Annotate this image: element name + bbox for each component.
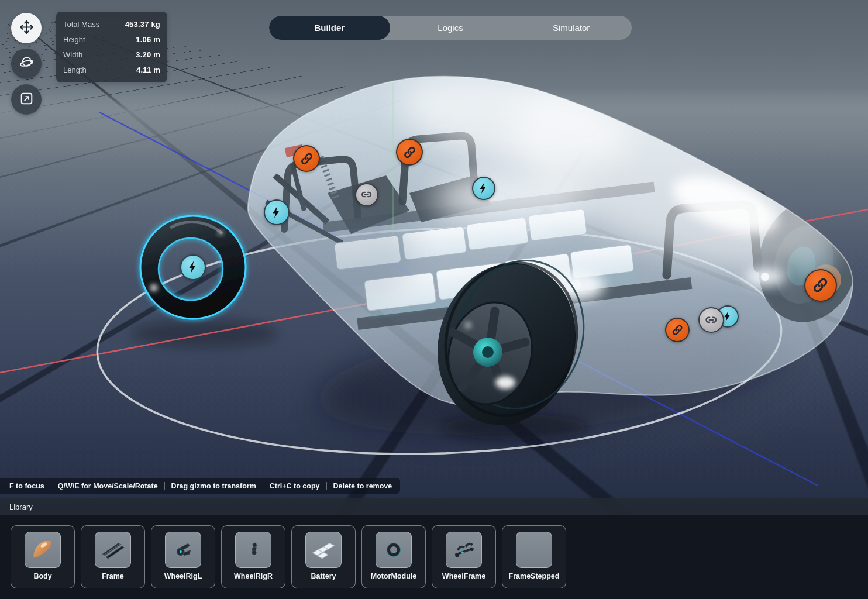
stat-value: 3.20 m — [136, 50, 160, 59]
mode-tabs: Builder Logics Simulator — [269, 16, 632, 40]
wheel-frame-icon — [450, 536, 477, 563]
link-badge[interactable] — [396, 139, 423, 166]
power-badge[interactable] — [180, 254, 206, 280]
stat-label: Width — [63, 50, 82, 59]
tab-builder[interactable]: Builder — [269, 16, 390, 40]
link-badge[interactable] — [293, 145, 320, 172]
power-icon — [473, 178, 494, 199]
power-icon — [265, 201, 288, 224]
library-item-label: MotorModule — [362, 572, 425, 580]
motormodule-thumbnail — [376, 532, 412, 568]
unlink-badge[interactable] — [355, 183, 378, 206]
library-item-label: Body — [11, 572, 74, 580]
library-item-motormodule[interactable]: MotorModule — [361, 525, 426, 588]
hint-item: Ctrl+C to copy — [263, 482, 320, 490]
library-item-wheelrigr[interactable]: WheelRigR — [221, 525, 285, 588]
library-item-label: Frame — [81, 572, 144, 580]
library-title: Library — [9, 502, 33, 511]
battery-thumbnail — [305, 532, 342, 568]
power-badge[interactable] — [472, 177, 495, 200]
scale-tool-button[interactable] — [11, 84, 42, 115]
library-item-wheelframe[interactable]: WheelFrame — [432, 525, 496, 588]
stat-width: Width 3.20 m — [63, 47, 160, 62]
stat-value: 4.11 m — [136, 66, 160, 74]
link-icon — [294, 146, 319, 171]
stat-label: Height — [63, 35, 85, 44]
stat-value: 1.06 m — [136, 35, 160, 44]
body-part-icon — [29, 536, 56, 563]
power-icon — [181, 256, 205, 279]
library-item-label: WheelFrame — [432, 572, 495, 580]
library-item-wheelrigl[interactable]: WheelRigL — [151, 525, 215, 588]
library-item-label: WheelRigR — [222, 572, 285, 580]
library-items: Body Frame WheelRigL — [0, 515, 868, 599]
vehicle-stats-panel: Total Mass 453.37 kg Height 1.06 m Width… — [56, 12, 167, 82]
tab-label: Builder — [314, 23, 345, 33]
library-header: Library — [0, 498, 868, 515]
battery-part-icon — [310, 536, 337, 563]
stat-value: 453.37 kg — [125, 20, 160, 29]
motor-module-icon — [380, 536, 407, 563]
stat-length: Length 4.11 m — [63, 62, 160, 77]
move-icon — [19, 19, 35, 37]
wheelframe-thumbnail — [446, 532, 482, 568]
move-tool-button[interactable] — [11, 13, 42, 43]
framestepped-thumbnail — [516, 532, 552, 568]
power-badge[interactable] — [264, 199, 290, 225]
library-item-framestepped[interactable]: FrameStepped — [502, 525, 566, 588]
link-badge[interactable] — [665, 318, 690, 342]
tab-simulator[interactable]: Simulator — [511, 16, 632, 40]
wheel-rig-left-icon — [170, 536, 197, 563]
stat-label: Total Mass — [63, 20, 99, 29]
library-item-body[interactable]: Body — [11, 525, 75, 588]
stat-label: Length — [63, 66, 87, 74]
library-item-label: Battery — [292, 572, 355, 580]
unlink-icon — [356, 184, 377, 205]
rotate-tool-button[interactable] — [11, 49, 42, 79]
stat-height: Height 1.06 m — [63, 32, 160, 47]
tab-logics[interactable]: Logics — [390, 16, 511, 40]
wheelrigr-thumbnail — [235, 532, 271, 568]
frame-part-icon — [99, 536, 126, 563]
hint-item: Q/W/E for Move/Scale/Rotate — [51, 482, 158, 490]
scale-icon — [19, 91, 35, 109]
link-badge[interactable] — [804, 269, 837, 302]
library-item-frame[interactable]: Frame — [81, 525, 145, 588]
body-thumbnail — [25, 532, 61, 568]
library-item-label: WheelRigL — [151, 572, 215, 580]
library-panel: Library Body Frame — [0, 498, 868, 599]
link-icon — [397, 140, 422, 164]
library-item-label: FrameStepped — [502, 572, 566, 580]
shortcut-hints: F to focus Q/W/E for Move/Scale/Rotate D… — [0, 478, 400, 494]
hint-item: F to focus — [9, 482, 44, 490]
tab-label: Logics — [438, 23, 463, 33]
link-icon — [666, 319, 688, 341]
library-item-battery[interactable]: Battery — [291, 525, 356, 588]
rotate-icon — [19, 55, 35, 73]
unlink-icon — [700, 308, 723, 332]
wheel-rig-right-icon — [240, 536, 267, 563]
transform-toolbar — [11, 13, 42, 115]
stat-total-mass: Total Mass 453.37 kg — [63, 16, 160, 32]
wheelrigl-thumbnail — [165, 532, 201, 568]
hint-item: Delete to remove — [326, 482, 392, 490]
hint-item: Drag gizmo to transform — [164, 482, 256, 490]
unlink-badge[interactable] — [698, 307, 724, 333]
frame-thumbnail — [95, 532, 131, 568]
tab-label: Simulator — [553, 23, 590, 33]
link-icon — [805, 270, 836, 301]
